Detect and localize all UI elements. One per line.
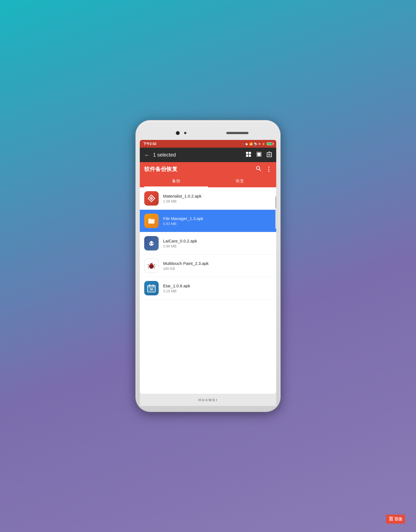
svg-text:30: 30 <box>150 288 153 291</box>
svg-rect-1 <box>249 152 251 154</box>
lightning-icon: ⚡ <box>262 142 265 145</box>
file-name: Etar_1.0.6.apk <box>163 283 272 288</box>
signal-dots-icon: ··· <box>242 142 244 145</box>
svg-line-23 <box>148 267 149 268</box>
svg-point-17 <box>150 243 151 244</box>
brand-label: HUAWEI <box>198 398 218 402</box>
file-info: Etar_1.0.6.apk 3.19 MB <box>163 283 272 293</box>
phone-screen: 下午2:02 ··· ⏰ 📶 📡 ⚙ ⚡ ← 1 selected <box>140 140 276 394</box>
tabs-row: 备份 恢复 <box>144 176 272 187</box>
back-button[interactable]: ← <box>144 152 150 158</box>
file-name: LaiCare_0.0.2.apk <box>163 239 272 243</box>
battery-icon <box>267 142 273 145</box>
settings-icon: ⚙ <box>258 142 261 145</box>
file-info: Multitouch Paint_2.3.apk 180 KB <box>163 261 272 271</box>
svg-rect-3 <box>249 155 251 157</box>
svg-rect-5 <box>258 153 260 156</box>
file-size: 1.58 MB <box>163 199 272 203</box>
wifi-icon: 📶 <box>249 142 253 145</box>
tab-backup[interactable]: 备份 <box>144 176 208 187</box>
svg-line-29 <box>150 263 151 264</box>
watermark: 百 百佳 <box>386 515 405 524</box>
tab-restore[interactable]: 恢复 <box>208 176 272 187</box>
svg-point-27 <box>150 264 151 265</box>
status-time: 下午2:02 <box>143 142 156 146</box>
more-options-icon[interactable]: ⋮ <box>266 166 272 173</box>
watermark-icon: 百 <box>389 516 393 522</box>
svg-line-30 <box>152 263 153 264</box>
camera-hole <box>176 131 180 135</box>
search-icon[interactable] <box>256 166 261 173</box>
signal-icon: 📡 <box>254 142 257 145</box>
grid-view-icon[interactable] <box>246 152 251 158</box>
list-item[interactable]: 30 Etar_1.0.6.apk 3.19 MB <box>140 277 276 300</box>
file-info: Materialist_1.0.2.apk 1.58 MB <box>163 194 272 203</box>
app-icon-etar: 30 <box>144 281 159 295</box>
svg-line-26 <box>154 267 155 268</box>
list-item[interactable]: Multitouch Paint_2.3.apk 180 KB <box>140 255 276 277</box>
selection-count: 1 selected <box>153 152 242 158</box>
phone-frame: 下午2:02 ··· ⏰ 📶 📡 ⚙ ⚡ ← 1 selected <box>136 121 280 411</box>
list-item[interactable]: File Manager_1.3.apk 0.93 MB <box>140 210 276 232</box>
app-icon-multitouch <box>144 259 159 273</box>
svg-point-28 <box>152 264 153 265</box>
speaker-grille <box>226 132 248 134</box>
battery-fill <box>267 143 272 145</box>
file-name: Materialist_1.0.2.apk <box>163 194 272 198</box>
file-name: File Manager_1.3.apk <box>163 216 272 221</box>
scroll-thumb <box>275 197 276 208</box>
svg-point-18 <box>152 243 153 244</box>
file-name: Multitouch Paint_2.3.apk <box>163 261 272 266</box>
app-title: 软件备份恢复 <box>144 165 177 173</box>
alarm-icon: ⏰ <box>245 142 248 145</box>
phone-bottom: HUAWEI <box>140 394 276 406</box>
file-size: 0.99 MB <box>163 244 272 248</box>
svg-line-13 <box>259 169 261 171</box>
svg-rect-2 <box>246 155 248 157</box>
svg-rect-16 <box>148 219 154 224</box>
list-item[interactable]: Materialist_1.0.2.apk 1.58 MB <box>140 187 276 210</box>
select-all-icon[interactable] <box>256 152 262 158</box>
app-icon-materialist <box>144 191 159 206</box>
selection-toolbar: ← 1 selected <box>140 148 276 162</box>
scroll-indicator <box>275 195 276 229</box>
phone-top-bar <box>140 126 276 140</box>
app-icon-laicare <box>144 236 159 250</box>
list-item[interactable]: LaiCare_0.0.2.apk 0.99 MB <box>140 232 276 255</box>
svg-rect-33 <box>148 285 155 288</box>
sensor-dot <box>184 132 186 134</box>
file-size: 0.93 MB <box>163 222 272 226</box>
file-list: Materialist_1.0.2.apk 1.58 MB File Manag… <box>140 187 276 394</box>
file-size: 180 KB <box>163 267 272 271</box>
file-info: File Manager_1.3.apk 0.93 MB <box>163 216 272 226</box>
svg-rect-0 <box>246 152 248 154</box>
delete-icon[interactable] <box>267 152 272 158</box>
status-bar: 下午2:02 ··· ⏰ 📶 📡 ⚙ ⚡ <box>140 140 276 148</box>
header-icons: ⋮ <box>256 166 272 173</box>
svg-line-24 <box>154 264 155 265</box>
app-header: 软件备份恢复 ⋮ 备份 恢复 <box>140 162 276 187</box>
toolbar-actions <box>246 152 272 158</box>
file-info: LaiCare_0.0.2.apk 0.99 MB <box>163 239 272 248</box>
svg-line-21 <box>148 264 149 265</box>
watermark-text: 百佳 <box>394 517 402 522</box>
file-size: 3.19 MB <box>163 289 272 293</box>
status-icons: ··· ⏰ 📶 📡 ⚙ ⚡ <box>242 142 273 145</box>
app-icon-filemanager <box>144 214 159 228</box>
app-title-row: 软件备份恢复 ⋮ <box>144 165 272 173</box>
svg-marker-15 <box>149 196 153 200</box>
